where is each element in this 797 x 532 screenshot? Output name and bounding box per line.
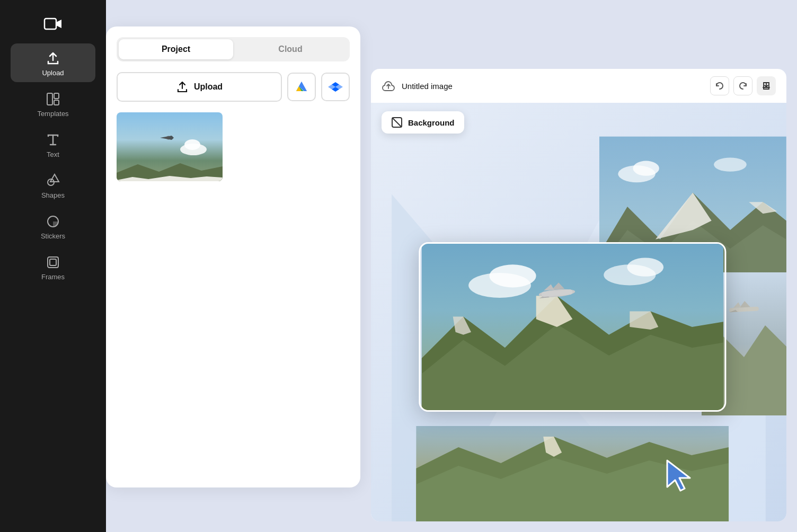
redo-icon <box>738 81 748 91</box>
svg-rect-4 <box>54 93 59 99</box>
upload-button[interactable]: Upload <box>117 72 282 102</box>
redo-button[interactable] <box>733 76 752 95</box>
tab-cloud[interactable]: Cloud <box>233 39 348 59</box>
app-logo <box>40 11 66 37</box>
stickers-icon <box>46 214 60 229</box>
logo-icon <box>43 14 63 33</box>
canvas-title: Untitled image <box>402 82 704 91</box>
topbar-actions <box>710 76 776 95</box>
canvas-area: Untitled image <box>371 69 786 521</box>
google-drive-icon <box>294 79 309 94</box>
cursor-icon <box>665 458 696 495</box>
upload-buttons: Upload <box>117 72 350 102</box>
frames-label: Frames <box>41 273 65 281</box>
upload-panel: Project Cloud Upload <box>106 26 360 487</box>
svg-point-20 <box>633 161 659 176</box>
svg-rect-5 <box>54 100 59 105</box>
thumbnail-image <box>117 112 223 181</box>
svg-marker-49 <box>667 460 690 491</box>
background-btn-label: Background <box>408 118 455 127</box>
svg-point-21 <box>714 157 747 171</box>
background-button[interactable]: Background <box>382 111 464 134</box>
undo-icon <box>715 81 724 91</box>
svg-point-28 <box>627 258 663 276</box>
background-icon <box>391 117 403 128</box>
templates-label: Templates <box>37 110 68 118</box>
thumbnail-cloud <box>180 144 207 155</box>
dropbox-icon <box>328 79 343 94</box>
sidebar-item-frames[interactable]: Frames <box>11 247 95 286</box>
thumbnail-grid <box>117 112 350 181</box>
text-icon <box>46 132 60 147</box>
google-drive-button[interactable] <box>287 73 316 101</box>
dropbox-button[interactable] <box>321 73 350 101</box>
cursor-arrow <box>665 458 696 495</box>
text-label: Text <box>47 150 59 158</box>
svg-line-23 <box>392 118 402 127</box>
frames-icon <box>46 255 60 270</box>
upload-icon <box>46 51 60 66</box>
shapes-label: Shapes <box>41 191 65 199</box>
main-image-card[interactable] <box>419 242 726 412</box>
templates-icon <box>46 92 60 107</box>
thumbnail-item[interactable] <box>117 112 223 181</box>
canvas-inner: Untitled image <box>371 69 786 521</box>
tab-project[interactable]: Project <box>119 39 233 59</box>
stickers-label: Stickers <box>41 232 65 240</box>
sidebar-item-templates[interactable]: Templates <box>11 84 95 123</box>
thumbnail-plane <box>159 135 175 141</box>
svg-rect-3 <box>47 93 52 105</box>
tab-bar: Project Cloud <box>117 37 350 61</box>
main-scene <box>420 244 724 410</box>
canvas-topbar: Untitled image <box>371 69 786 103</box>
sidebar-item-shapes[interactable]: Shapes <box>11 166 95 205</box>
svg-point-26 <box>489 264 536 287</box>
cloud-upload-icon <box>382 79 395 93</box>
sidebar-item-text[interactable]: Text <box>11 125 95 164</box>
export-icon <box>761 81 771 91</box>
shapes-icon <box>46 173 60 188</box>
export-button[interactable] <box>757 76 776 95</box>
svg-rect-11 <box>50 259 56 265</box>
sidebar-item-upload[interactable]: Upload <box>11 43 95 82</box>
sidebar: Upload Templates Text Shapes Stickers <box>0 0 106 532</box>
undo-button[interactable] <box>710 76 729 95</box>
upload-label: Upload <box>42 69 64 77</box>
upload-btn-label: Upload <box>194 82 223 92</box>
upload-btn-icon <box>176 81 189 93</box>
sidebar-item-stickers[interactable]: Stickers <box>11 207 95 245</box>
